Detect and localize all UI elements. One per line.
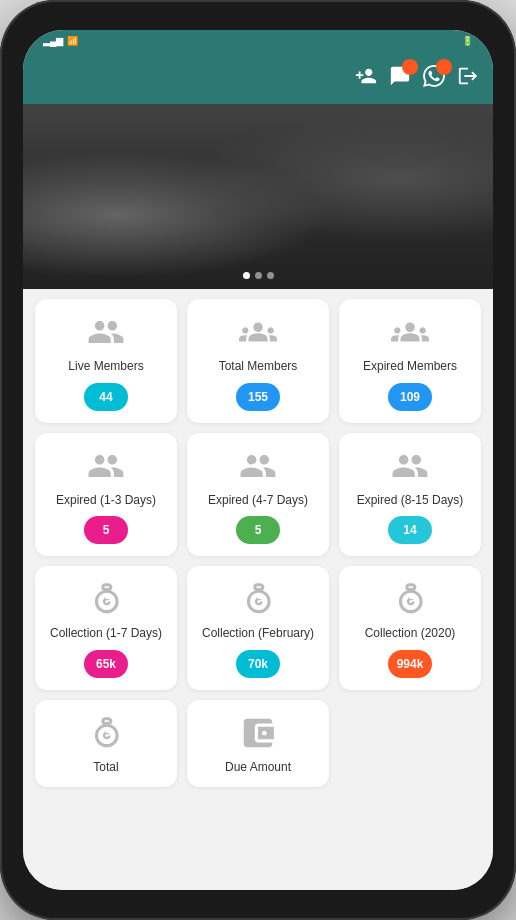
add-member-button[interactable] — [355, 65, 377, 91]
card-expired-4-7[interactable]: Expired (4-7 Days)5 — [187, 433, 329, 557]
hero-banner — [23, 104, 493, 289]
chat-button[interactable] — [389, 65, 411, 91]
card-due-amount[interactable]: Due Amount — [187, 700, 329, 788]
status-right: 🔋 — [462, 36, 477, 46]
card-collection-1-7[interactable]: Collection (1-7 Days)65k — [35, 566, 177, 690]
expired-members-count: 109 — [388, 383, 432, 411]
collection-feb-count: 70k — [236, 650, 280, 678]
top-nav — [23, 52, 493, 104]
cards-scroll: Live Members44Total Members155Expired Me… — [23, 289, 493, 890]
nav-icons — [355, 65, 479, 91]
card-collection-2020[interactable]: Collection (2020)994k — [339, 566, 481, 690]
logout-button[interactable] — [457, 65, 479, 91]
live-members-count: 44 — [84, 383, 128, 411]
collection-2020-count: 994k — [388, 650, 432, 678]
collection-1-7-label: Collection (1-7 Days) — [50, 626, 162, 642]
collection-2020-label: Collection (2020) — [365, 626, 456, 642]
expired-8-15-label: Expired (8-15 Days) — [357, 493, 464, 509]
hero-dots — [23, 272, 493, 279]
collection-2020-icon — [391, 580, 429, 618]
expired-4-7-icon — [239, 447, 277, 485]
expired-4-7-count: 5 — [236, 516, 280, 544]
collection-feb-icon — [239, 580, 277, 618]
hero-text — [23, 255, 493, 259]
expired-8-15-icon — [391, 447, 429, 485]
phone-screen: ▂▄▆ 📶 🔋 — [23, 30, 493, 890]
card-live-members[interactable]: Live Members44 — [35, 299, 177, 423]
dot-2 — [255, 272, 262, 279]
dot-1 — [243, 272, 250, 279]
expired-members-label: Expired Members — [363, 359, 457, 375]
card-total[interactable]: Total — [35, 700, 177, 788]
total-label: Total — [93, 760, 118, 776]
collection-1-7-count: 65k — [84, 650, 128, 678]
expired-1-3-label: Expired (1-3 Days) — [56, 493, 156, 509]
signal-icon: ▂▄▆ — [43, 36, 63, 46]
expired-1-3-count: 5 — [84, 516, 128, 544]
total-icon — [87, 714, 125, 752]
cards-grid: Live Members44Total Members155Expired Me… — [35, 299, 481, 787]
collection-1-7-icon — [87, 580, 125, 618]
status-bar: ▂▄▆ 📶 🔋 — [23, 30, 493, 52]
status-left: ▂▄▆ 📶 — [39, 36, 78, 46]
expired-4-7-label: Expired (4-7 Days) — [208, 493, 308, 509]
due-amount-icon — [239, 714, 277, 752]
battery-indicator: 🔋 — [462, 36, 473, 46]
card-expired-members[interactable]: Expired Members109 — [339, 299, 481, 423]
whatsapp-badge — [436, 59, 452, 75]
expired-1-3-icon — [87, 447, 125, 485]
hero-overlay — [23, 104, 493, 289]
live-members-label: Live Members — [68, 359, 143, 375]
card-expired-1-3[interactable]: Expired (1-3 Days)5 — [35, 433, 177, 557]
phone-shell: ▂▄▆ 📶 🔋 — [0, 0, 516, 920]
due-amount-label: Due Amount — [225, 760, 291, 776]
card-total-members[interactable]: Total Members155 — [187, 299, 329, 423]
card-expired-8-15[interactable]: Expired (8-15 Days)14 — [339, 433, 481, 557]
live-members-icon — [87, 313, 125, 351]
chat-badge — [402, 59, 418, 75]
expired-members-icon — [391, 313, 429, 351]
dot-3 — [267, 272, 274, 279]
total-members-count: 155 — [236, 383, 280, 411]
whatsapp-button[interactable] — [423, 65, 445, 91]
expired-8-15-count: 14 — [388, 516, 432, 544]
card-collection-feb[interactable]: Collection (February)70k — [187, 566, 329, 690]
collection-feb-label: Collection (February) — [202, 626, 314, 642]
wifi-icon: 📶 — [67, 36, 78, 46]
total-members-label: Total Members — [219, 359, 298, 375]
total-members-icon — [239, 313, 277, 351]
